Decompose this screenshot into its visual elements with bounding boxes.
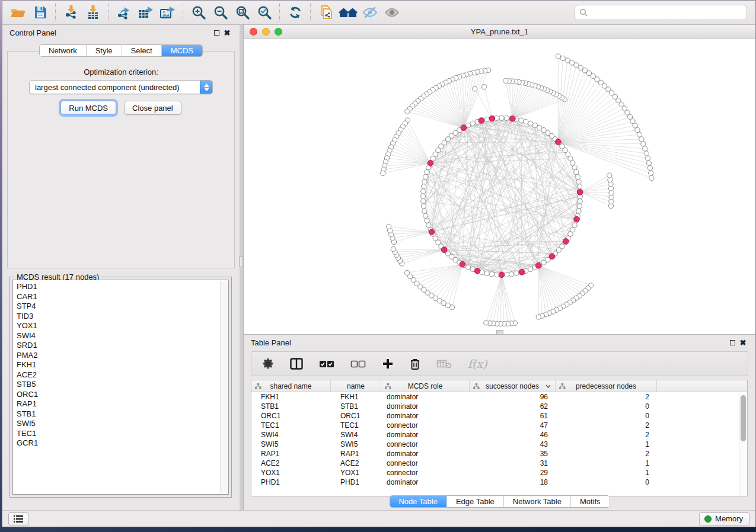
network-node[interactable] (509, 272, 513, 277)
mcds-result-item[interactable]: SWI5 (17, 419, 228, 429)
open-file-icon[interactable] (7, 3, 29, 22)
network-node[interactable] (536, 315, 541, 319)
network-node[interactable] (421, 184, 426, 189)
network-node[interactable] (556, 54, 560, 59)
network-node[interactable] (494, 272, 499, 277)
network-node[interactable] (422, 179, 427, 184)
network-node[interactable] (560, 56, 565, 60)
network-node[interactable] (576, 209, 581, 213)
splitter-grip[interactable] (239, 257, 243, 267)
mcds-result-item[interactable]: CAR1 (17, 292, 228, 302)
table-scrollbar[interactable] (739, 393, 747, 496)
table-row[interactable]: PHD1PHD1dominator180 (251, 477, 747, 487)
mcds-result-item[interactable]: PMA2 (17, 351, 228, 361)
network-node[interactable] (643, 146, 647, 151)
mcds-result-item[interactable]: ACE2 (17, 370, 228, 380)
mcds-node[interactable] (429, 229, 435, 235)
mcds-result-item[interactable]: STP4 (17, 302, 228, 312)
network-node[interactable] (421, 204, 426, 209)
mcds-result-item[interactable]: PHD1 (17, 282, 228, 292)
zoom-fit-icon[interactable] (231, 3, 253, 22)
memory-button[interactable]: Memory (699, 512, 749, 525)
search-input[interactable] (591, 8, 742, 17)
tab-network[interactable]: Network (40, 45, 87, 56)
column-header-shared-name[interactable]: shared name (251, 380, 331, 392)
zoom-out-icon[interactable] (209, 3, 231, 22)
tab-mcds[interactable]: MCDS (162, 45, 202, 56)
network-node[interactable] (405, 109, 410, 114)
network-node[interactable] (637, 132, 642, 137)
show-all-icon[interactable] (381, 3, 403, 22)
network-node[interactable] (577, 204, 582, 209)
table-row[interactable]: STB1STB1dominator620 (251, 402, 747, 411)
network-node[interactable] (649, 171, 653, 175)
close-panel-button[interactable]: Close panel (124, 101, 181, 115)
close-panel-icon[interactable]: ✖ (222, 27, 232, 38)
network-node[interactable] (423, 213, 428, 218)
mcds-node[interactable] (460, 261, 465, 267)
network-node[interactable] (489, 272, 494, 277)
network-node[interactable] (528, 121, 533, 126)
result-list-scrollbar[interactable] (220, 281, 228, 493)
hide-selected-icon[interactable] (359, 3, 381, 22)
network-node[interactable] (484, 321, 489, 325)
zoom-selected-icon[interactable] (253, 3, 275, 22)
mcds-result-item[interactable]: YOX1 (17, 321, 228, 331)
mcds-result-item[interactable]: STB1 (17, 409, 228, 419)
float-panel-icon[interactable] (211, 27, 222, 38)
mcds-result-item[interactable]: FKH1 (17, 360, 228, 370)
network-node[interactable] (422, 209, 427, 213)
table-row[interactable]: SWI5SWI5connector431 (251, 440, 747, 449)
table-row[interactable]: YOX1YOX1connector291 (251, 468, 747, 477)
mcds-node[interactable] (489, 116, 495, 121)
table-row[interactable]: TEC1TEC1connector472 (251, 421, 747, 430)
mcds-node[interactable] (519, 270, 525, 275)
network-node[interactable] (639, 137, 644, 142)
mcds-result-item[interactable]: TEC1 (17, 429, 228, 439)
mcds-node[interactable] (479, 118, 484, 124)
network-node[interactable] (504, 272, 509, 277)
network-node[interactable] (574, 169, 579, 174)
network-node[interactable] (514, 271, 519, 275)
tab-motifs[interactable]: Motifs (571, 496, 610, 507)
mcds-result-item[interactable]: TID3 (17, 312, 228, 322)
network-node[interactable] (607, 173, 612, 178)
column-header-successor-nodes[interactable]: successor nodes (470, 380, 556, 392)
column-header-predecessor-nodes[interactable]: predecessor nodes (556, 380, 657, 392)
network-node[interactable] (381, 171, 385, 175)
network-node[interactable] (391, 246, 395, 251)
mcds-node[interactable] (555, 139, 561, 145)
network-node[interactable] (577, 184, 582, 189)
show-columns-icon[interactable] (290, 358, 303, 370)
network-node[interactable] (644, 151, 649, 156)
mcds-node[interactable] (563, 239, 569, 245)
network-node[interactable] (504, 116, 509, 120)
network-node[interactable] (420, 194, 425, 198)
mcds-node[interactable] (499, 272, 505, 278)
tab-network-table[interactable]: Network Table (504, 496, 571, 507)
network-node[interactable] (423, 174, 428, 179)
table-row[interactable]: ACE2ACE2connector311 (251, 459, 747, 468)
mcds-node[interactable] (577, 190, 583, 196)
mcds-result-item[interactable]: STB5 (17, 380, 228, 390)
network-node[interactable] (576, 179, 581, 184)
export-image-icon[interactable] (157, 3, 178, 22)
mcds-result-item[interactable]: GCR1 (17, 438, 228, 448)
mcds-node[interactable] (474, 268, 480, 274)
network-node[interactable] (649, 175, 654, 180)
export-network-icon[interactable] (113, 3, 135, 22)
mcds-node[interactable] (510, 116, 516, 122)
deselect-all-icon[interactable] (350, 359, 366, 368)
network-node[interactable] (572, 223, 577, 227)
close-table-panel-icon[interactable]: ✖ (738, 337, 748, 348)
network-node[interactable] (499, 116, 504, 120)
network-node[interactable] (421, 189, 426, 194)
run-mcds-button[interactable]: Run MCDS (60, 101, 116, 115)
network-node[interactable] (425, 218, 429, 223)
show-panels-button[interactable] (8, 512, 28, 525)
mcds-result-item[interactable]: RAP1 (17, 399, 228, 409)
mcds-node[interactable] (461, 125, 467, 131)
network-node[interactable] (524, 119, 528, 124)
zoom-in-icon[interactable] (187, 3, 209, 22)
tab-edge-table[interactable]: Edge Table (447, 496, 504, 507)
